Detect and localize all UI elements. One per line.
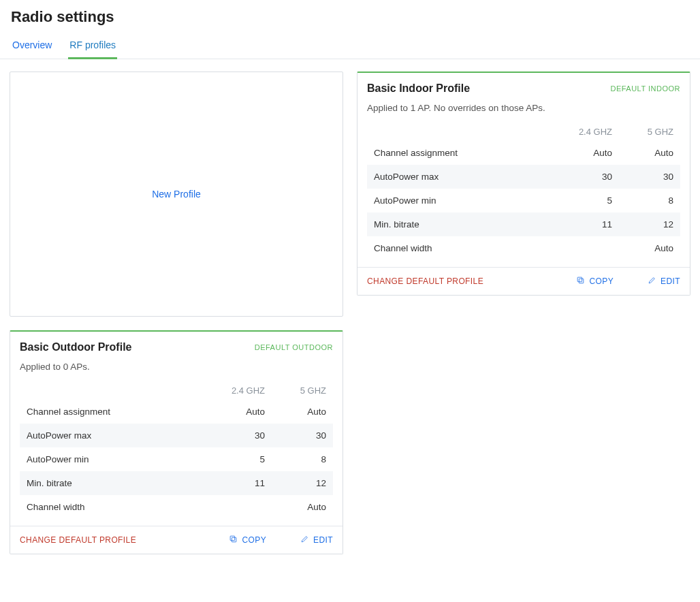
row-value: 8 [265,454,326,464]
col-header-5ghz: 5 GHZ [612,127,673,137]
row-label: Channel assignment [374,148,551,158]
table-row: AutoPower min 5 8 [367,189,680,212]
edit-button[interactable]: EDIT [300,535,333,545]
edit-button[interactable]: EDIT [648,276,680,287]
profile-title: Basic Outdoor Profile [20,341,131,353]
profile-table: 2.4 GHZ 5 GHZ Channel assignment Auto Au… [357,123,690,267]
table-row: AutoPower min 5 8 [20,447,333,471]
row-value: 8 [612,195,673,206]
row-label: Min. bitrate [374,219,551,229]
row-value: Auto [551,148,612,158]
row-label: Channel assignment [27,407,204,417]
row-value: 12 [612,219,673,229]
row-value: 11 [204,478,265,488]
row-value: 30 [204,430,265,441]
tab-overview[interactable]: Overview [11,33,53,59]
new-profile-link[interactable]: New Profile [152,189,201,200]
row-label: AutoPower max [27,430,204,441]
row-value: 30 [612,172,673,182]
tab-rf-profiles[interactable]: RF profiles [68,33,117,59]
col-header-24ghz: 2.4 GHZ [204,385,265,396]
profile-title: Basic Indoor Profile [367,82,470,95]
col-header-5ghz: 5 GHZ [265,385,326,396]
row-value: Auto [204,407,265,417]
row-label: AutoPower max [374,172,551,182]
row-value: Auto [265,502,326,512]
col-header-24ghz: 2.4 GHZ [551,127,612,137]
row-value: 5 [551,195,612,206]
svg-rect-0 [232,537,237,542]
table-row: Channel width Auto [367,236,680,260]
table-row: Channel width Auto [20,495,333,519]
pencil-icon [300,535,309,545]
copy-button[interactable]: COPY [229,535,266,545]
profile-card-outdoor: Basic Outdoor Profile DEFAULT OUTDOOR Ap… [10,330,343,554]
row-label: Channel width [27,502,204,512]
svg-rect-1 [231,536,236,541]
profile-badge: DEFAULT OUTDOOR [255,343,333,351]
copy-icon [229,535,238,545]
row-value: 11 [551,219,612,229]
row-value: 12 [265,478,326,488]
change-default-button[interactable]: CHANGE DEFAULT PROFILE [367,276,483,286]
table-row: Channel assignment Auto Auto [367,141,680,165]
table-row: AutoPower max 30 30 [20,424,333,447]
copy-label: COPY [589,276,614,286]
svg-rect-3 [578,277,583,282]
row-label: AutoPower min [374,195,551,206]
row-label: Channel width [374,243,551,253]
svg-rect-2 [579,279,584,283]
row-label: AutoPower min [27,454,204,464]
table-row: AutoPower max 30 30 [367,165,680,189]
row-value: 30 [551,172,612,182]
pencil-icon [648,276,656,287]
table-row: Min. bitrate 11 12 [20,471,333,495]
profile-table: 2.4 GHZ 5 GHZ Channel assignment Auto Au… [10,381,343,526]
profile-badge: DEFAULT INDOOR [610,84,680,93]
profile-subtitle: Applied to 1 AP. No overrides on those A… [367,103,680,113]
row-value: 30 [265,430,326,441]
row-label: Min. bitrate [27,478,204,488]
change-default-button[interactable]: CHANGE DEFAULT PROFILE [20,535,136,545]
profile-subtitle: Applied to 0 APs. [20,362,333,372]
table-row: Channel assignment Auto Auto [20,400,333,424]
new-profile-card[interactable]: New Profile [10,72,343,317]
row-value: Auto [265,407,326,417]
copy-label: COPY [242,535,266,545]
row-value: 5 [204,454,265,464]
edit-label: EDIT [313,535,333,545]
tabs: Overview RF profiles [0,33,700,59]
row-value: Auto [612,243,673,253]
profile-card-indoor: Basic Indoor Profile DEFAULT INDOOR Appl… [357,72,690,296]
table-row: Min. bitrate 11 12 [367,212,680,236]
edit-label: EDIT [661,276,680,286]
page-title: Radio settings [0,0,700,33]
copy-button[interactable]: COPY [576,276,614,287]
row-value: Auto [612,148,673,158]
copy-icon [576,276,585,287]
